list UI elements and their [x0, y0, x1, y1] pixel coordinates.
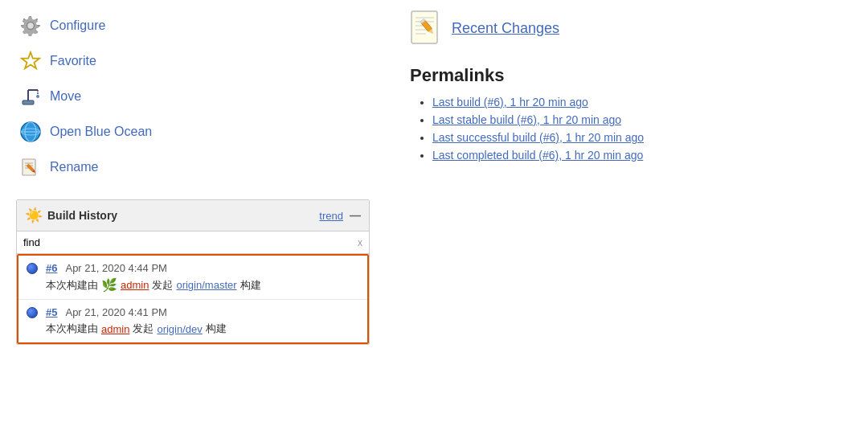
last-completed-build-link[interactable]: Last completed build (#6), 1 hr 20 min a… — [432, 149, 643, 162]
build-6-desc-mid: 发起 — [152, 278, 173, 293]
search-clear-button[interactable]: x — [358, 237, 362, 248]
last-stable-build-link[interactable]: Last stable build (#6), 1 hr 20 min ago — [432, 113, 621, 126]
rename-icon — [19, 156, 42, 178]
build-list: #6 Apr 21, 2020 4:44 PM 本次构建由 🌿 admin 发起… — [17, 254, 369, 344]
list-item: Last stable build (#6), 1 hr 20 min ago — [432, 113, 844, 126]
right-panel: Recent Changes Permalinks Last build (#6… — [386, 0, 868, 422]
build-6-header: #6 Apr 21, 2020 4:44 PM — [27, 262, 359, 274]
menu-item-open-blue-ocean[interactable]: Open Blue Ocean — [16, 114, 370, 150]
build-5-status-ball — [27, 307, 38, 318]
sun-icon: ☀️ — [25, 207, 43, 224]
move-label: Move — [50, 89, 81, 104]
trend-link[interactable]: trend — [319, 210, 343, 222]
build-5-admin-link[interactable]: admin — [101, 323, 129, 335]
list-item: Last completed build (#6), 1 hr 20 min a… — [432, 149, 844, 162]
list-item: Last build (#6), 1 hr 20 min ago — [432, 96, 844, 109]
build-5-desc-suffix: 构建 — [206, 322, 227, 336]
build-6-number-link[interactable]: #6 — [46, 262, 57, 274]
recent-changes-row: Recent Changes — [410, 8, 844, 49]
permalinks-heading: Permalinks — [410, 65, 844, 86]
move-icon — [19, 85, 42, 108]
menu-item-configure[interactable]: Configure — [16, 8, 370, 43]
menu-item-favorite[interactable]: Favorite — [16, 43, 370, 79]
build-5-description: 本次构建由 admin 发起 origin/dev 构建 — [27, 322, 359, 336]
build-item-6: #6 Apr 21, 2020 4:44 PM 本次构建由 🌿 admin 发起… — [18, 256, 367, 300]
menu-item-rename[interactable]: Rename — [16, 150, 370, 185]
build-history-title-text: Build History — [47, 209, 117, 222]
build-5-header: #5 Apr 21, 2020 4:41 PM — [27, 306, 359, 318]
build-5-desc-mid: 发起 — [133, 322, 154, 336]
build-6-time: Apr 21, 2020 4:44 PM — [65, 262, 166, 274]
git-branch-icon: 🌿 — [101, 277, 117, 293]
build-5-desc-prefix: 本次构建由 — [46, 322, 98, 336]
star-icon — [19, 50, 42, 72]
build-6-description: 本次构建由 🌿 admin 发起 origin/master 构建 — [27, 277, 359, 293]
svg-point-7 — [36, 95, 39, 98]
build-search-input[interactable] — [23, 236, 358, 248]
build-6-admin-link[interactable]: admin — [121, 279, 149, 291]
recent-changes-link[interactable]: Recent Changes — [452, 20, 559, 37]
build-5-number-link[interactable]: #5 — [46, 306, 57, 318]
open-blue-ocean-label: Open Blue Ocean — [50, 125, 152, 139]
build-5-time: Apr 21, 2020 4:41 PM — [65, 306, 166, 318]
recent-changes-icon — [410, 8, 444, 49]
configure-label: Configure — [50, 18, 105, 33]
last-successful-build-link[interactable]: Last successful build (#6), 1 hr 20 min … — [432, 131, 644, 144]
gear-icon — [19, 14, 42, 37]
permalinks-list: Last build (#6), 1 hr 20 min ago Last st… — [410, 96, 844, 162]
build-6-origin-link[interactable]: origin/master — [176, 279, 236, 291]
last-build-link[interactable]: Last build (#6), 1 hr 20 min ago — [432, 96, 588, 109]
list-item: Last successful build (#6), 1 hr 20 min … — [432, 131, 844, 144]
build-6-desc-suffix: 构建 — [240, 278, 261, 293]
svg-point-1 — [27, 23, 35, 30]
build-6-status-ball — [27, 263, 38, 274]
ocean-icon — [19, 121, 42, 143]
build-history-header-right: trend — — [319, 209, 361, 222]
svg-rect-3 — [23, 100, 34, 104]
dash-icon: — — [350, 209, 361, 222]
menu-item-move[interactable]: Move — [16, 79, 370, 114]
rename-label: Rename — [50, 160, 98, 174]
build-history-title: ☀️ Build History — [25, 207, 117, 224]
svg-marker-2 — [22, 52, 39, 68]
favorite-label: Favorite — [50, 54, 96, 68]
build-6-desc-prefix: 本次构建由 — [46, 278, 98, 293]
build-history-header: ☀️ Build History trend — — [17, 200, 369, 231]
build-item-5: #5 Apr 21, 2020 4:41 PM 本次构建由 admin 发起 o… — [18, 300, 367, 342]
build-history-panel: ☀️ Build History trend — x #6 Apr 21, 20… — [16, 199, 370, 345]
left-panel: Configure Favorite Move — [0, 0, 386, 422]
build-5-origin-link[interactable]: origin/dev — [157, 323, 202, 335]
search-bar: x — [17, 231, 369, 254]
